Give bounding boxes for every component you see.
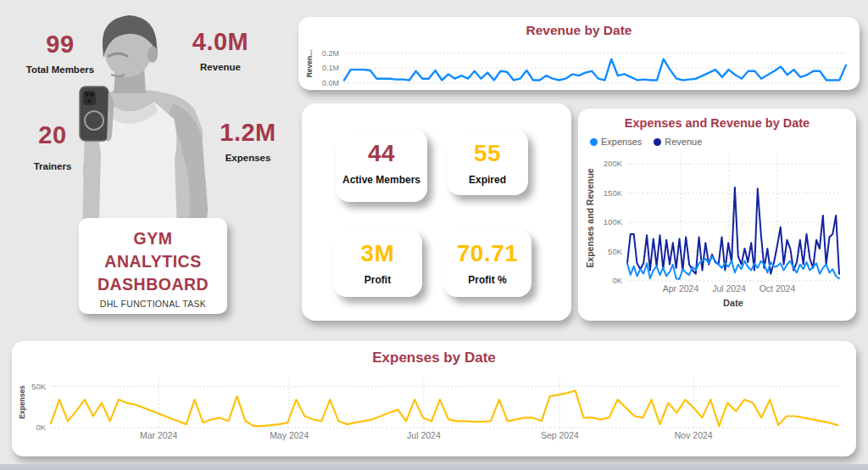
svg-text:Expenses: Expenses — [18, 385, 26, 419]
expenses-revenue-by-date-card: Expenses and Revenue by Date Expenses Re… — [578, 109, 856, 321]
kpi-total-members-label: Total Members — [13, 64, 108, 75]
revenue-by-date-card: Revenue by Date 0.0M0.1M0.2MReven... — [298, 17, 860, 90]
svg-text:100K: 100K — [604, 217, 623, 227]
profit-label: Profit — [333, 274, 422, 286]
kpi-expenses: 1.2M Expenses — [208, 119, 288, 163]
svg-text:50K: 50K — [608, 247, 623, 256]
svg-text:0.1M: 0.1M — [322, 64, 339, 72]
kpi-trainers-label: Trainers — [10, 161, 95, 171]
svg-text:50K: 50K — [31, 382, 47, 391]
stat-cards-panel: 44 Active Members 55 Expired 3M Profit 7… — [302, 104, 571, 321]
kpi-revenue: 4.0M Revenue — [171, 28, 270, 72]
svg-text:Reven...: Reven... — [305, 50, 314, 78]
kpi-total-members: 99 Total Members — [13, 31, 108, 75]
expenses-by-date-title: Expenses by Date — [12, 350, 856, 366]
kpi-expenses-value: 1.2M — [208, 119, 288, 147]
kpi-trainers: 20 Trainers — [10, 121, 95, 171]
revenue-by-date-title: Revenue by Date — [298, 23, 860, 38]
expenses-by-date-card: Expenses by Date 0K50KMar 2024May 2024Ju… — [12, 341, 856, 456]
dashboard-subtitle: DHL FUNCTIONAL TASK — [79, 299, 227, 309]
kpi-total-members-value: 99 — [13, 31, 108, 59]
dashboard-title-line1: GYM — [79, 227, 227, 250]
dashboard-title-line3: DASHBOARD — [79, 273, 227, 296]
kpi-revenue-label: Revenue — [171, 62, 270, 72]
profit-pct-label: Profit % — [443, 274, 531, 286]
legend-item-expenses[interactable]: Expenses — [590, 137, 642, 147]
expired-value: 55 — [447, 140, 528, 167]
svg-text:0K: 0K — [612, 276, 622, 285]
svg-text:0.0M: 0.0M — [322, 79, 339, 87]
svg-text:Expenses and Revenue: Expenses and Revenue — [585, 168, 595, 267]
profit-pct-value: 70.71 — [443, 240, 531, 267]
dashboard-title-line2: ANALYTICS — [79, 250, 227, 273]
svg-text:Date: Date — [723, 298, 743, 308]
svg-text:200K: 200K — [604, 159, 623, 168]
stat-card-profit-pct: 70.71 Profit % — [443, 229, 531, 297]
dashboard-canvas: 99 Total Members 4.0M Revenue 20 Trainer… — [0, 0, 868, 470]
stat-card-profit: 3M Profit — [333, 229, 422, 297]
svg-text:May 2024: May 2024 — [270, 430, 309, 440]
expenses-revenue-title: Expenses and Revenue by Date — [578, 116, 856, 130]
dashboard-title-card: GYM ANALYTICS DASHBOARD DHL FUNCTIONAL T… — [79, 218, 227, 314]
revenue-legend-dot-icon — [654, 138, 661, 146]
bottom-edge-divider — [0, 464, 868, 470]
svg-text:Jul 2024: Jul 2024 — [712, 283, 746, 294]
chart-legend: Expenses Revenue — [590, 137, 856, 147]
kpi-expenses-label: Expenses — [208, 153, 288, 163]
stat-card-expired: 55 Expired — [447, 129, 528, 195]
svg-text:Jul 2024: Jul 2024 — [407, 430, 441, 440]
active-members-label: Active Members — [336, 174, 427, 186]
svg-text:Mar 2024: Mar 2024 — [140, 430, 178, 440]
svg-text:Nov 2024: Nov 2024 — [675, 430, 713, 440]
svg-text:Sep 2024: Sep 2024 — [541, 430, 579, 440]
active-members-value: 44 — [336, 140, 427, 167]
svg-text:0K: 0K — [36, 422, 46, 432]
svg-text:0.2M: 0.2M — [322, 49, 339, 58]
profit-value: 3M — [333, 240, 422, 267]
expenses-by-date-chart[interactable]: 0K50KMar 2024May 2024Jul 2024Sep 2024Nov… — [17, 370, 851, 448]
revenue-by-date-chart[interactable]: 0.0M0.1M0.2MReven... — [305, 40, 853, 89]
svg-text:150K: 150K — [604, 188, 623, 198]
stat-card-active-members: 44 Active Members — [336, 129, 427, 202]
expired-label: Expired — [447, 174, 528, 186]
legend-item-revenue[interactable]: Revenue — [654, 137, 702, 147]
expenses-legend-label: Expenses — [601, 137, 642, 147]
kpi-revenue-value: 4.0M — [171, 28, 270, 56]
svg-text:Apr 2024: Apr 2024 — [663, 283, 699, 294]
revenue-legend-label: Revenue — [665, 137, 702, 147]
expenses-legend-dot-icon — [590, 138, 598, 146]
svg-text:Oct 2024: Oct 2024 — [760, 283, 796, 294]
kpi-trainers-value: 20 — [10, 121, 95, 149]
expenses-revenue-chart[interactable]: 0K50K100K150K200KApr 2024Jul 2024Oct 202… — [583, 148, 851, 310]
